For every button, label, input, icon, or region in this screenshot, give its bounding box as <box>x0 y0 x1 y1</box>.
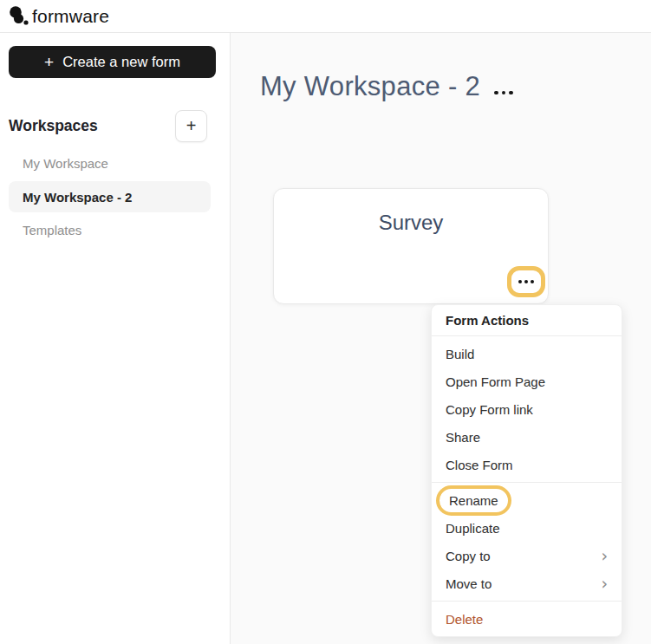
chevron-right-icon: › <box>601 576 608 592</box>
menu-item-rename[interactable]: Rename <box>432 486 622 514</box>
menu-group-edit: Rename Duplicate Copy to › Move to › <box>432 483 622 602</box>
main-content: My Workspace - 2 Survey Form Actions Bui… <box>231 33 651 644</box>
menu-item-move-to[interactable]: Move to › <box>432 569 622 597</box>
app-header: formware <box>0 0 651 33</box>
app-body: + Create a new form Workspaces + My Work… <box>0 33 651 644</box>
menu-header: Form Actions <box>432 305 622 336</box>
create-form-label: Create a new form <box>62 54 180 70</box>
brand-logo: formware <box>9 5 109 27</box>
form-actions-ellipsis-button[interactable] <box>507 266 545 297</box>
sidebar-item-my-workspace[interactable]: My Workspace <box>9 150 211 177</box>
form-actions-menu: Form Actions Build Open Form Page Copy F… <box>431 304 622 637</box>
plus-icon: + <box>44 53 54 72</box>
form-card-title: Survey <box>274 211 548 235</box>
sidebar-item-my-workspace-2[interactable]: My Workspace - 2 <box>9 181 211 212</box>
sidebar: + Create a new form Workspaces + My Work… <box>0 33 231 644</box>
chevron-right-icon: › <box>601 548 608 564</box>
menu-item-copy-form-link[interactable]: Copy Form link <box>432 395 622 423</box>
menu-item-close-form[interactable]: Close Form <box>432 451 622 478</box>
workspace-title-row: My Workspace - 2 <box>260 71 513 102</box>
sidebar-item-label: Templates <box>23 223 81 237</box>
create-form-button[interactable]: + Create a new form <box>9 46 216 78</box>
menu-item-copy-to[interactable]: Copy to › <box>432 542 622 569</box>
sidebar-item-label: My Workspace <box>23 156 108 171</box>
form-card-survey[interactable]: Survey <box>273 188 549 304</box>
sidebar-item-templates[interactable]: Templates <box>9 217 211 244</box>
menu-item-build[interactable]: Build <box>432 340 622 368</box>
menu-group-danger: Delete <box>432 602 622 636</box>
rename-highlight-ring: Rename <box>436 485 511 516</box>
page-title: My Workspace - 2 <box>260 71 480 102</box>
workspaces-header-row: Workspaces + <box>0 110 230 142</box>
brand-name: formware <box>32 6 109 27</box>
workspaces-heading: Workspaces <box>9 117 98 135</box>
workspace-list: My Workspace My Workspace - 2 Templates <box>0 150 230 244</box>
menu-item-open-form-page[interactable]: Open Form Page <box>432 368 622 395</box>
menu-item-delete[interactable]: Delete <box>432 605 622 633</box>
workspace-menu-ellipsis-icon[interactable] <box>494 91 513 95</box>
add-workspace-button[interactable]: + <box>175 110 207 142</box>
plus-icon: + <box>186 116 197 136</box>
menu-item-share[interactable]: Share <box>432 423 622 451</box>
menu-group-primary: Build Open Form Page Copy Form link Shar… <box>432 336 622 483</box>
menu-item-duplicate[interactable]: Duplicate <box>432 514 622 542</box>
formware-logo-icon <box>9 5 29 27</box>
sidebar-item-label: My Workspace - 2 <box>23 190 132 205</box>
